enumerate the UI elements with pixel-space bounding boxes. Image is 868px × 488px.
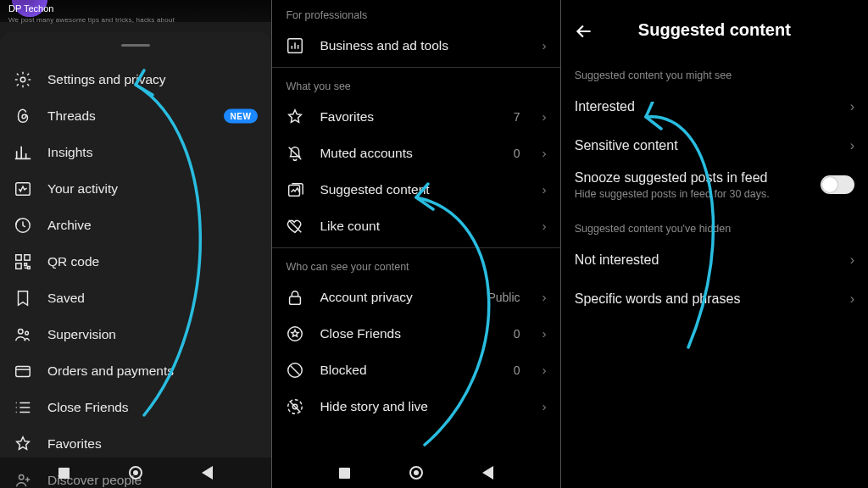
menu-item-supervision[interactable]: Supervision (0, 316, 271, 352)
menu-item-settings[interactable]: Settings and privacy (0, 61, 271, 97)
settings-item-privacy[interactable]: Account privacy Public › (272, 279, 559, 315)
header: Suggested content (561, 0, 868, 51)
list-item-label: Interested (575, 99, 635, 114)
chevron-right-icon: › (542, 146, 547, 161)
badge-new: NEW (224, 108, 259, 123)
settings-item-label: Favorites (320, 109, 374, 125)
svg-rect-1 (16, 182, 31, 195)
star-icon (14, 435, 32, 453)
lock-icon (286, 288, 304, 307)
settings-item-value: 0 (514, 363, 520, 377)
chevron-right-icon: › (542, 290, 547, 305)
profile-name: DP Techon (8, 3, 53, 14)
android-navbar (272, 458, 559, 488)
section-label: What you see (272, 71, 559, 98)
saved-icon (14, 289, 32, 308)
divider (272, 247, 559, 248)
menu-item-archive[interactable]: Archive (0, 207, 271, 243)
svg-rect-8 (16, 366, 31, 376)
insights-icon (14, 143, 32, 162)
settings-item-label: Account privacy (320, 290, 412, 305)
threads-icon (14, 107, 32, 125)
section-label: Suggested content you might see (561, 51, 868, 87)
settings-item-label: Business and ad tools (320, 38, 448, 53)
panel-settings: For professionals Business and ad tools … (272, 0, 559, 488)
list-item-sensitive[interactable]: Sensitive content › (561, 126, 868, 165)
svg-rect-3 (16, 254, 21, 259)
star-circle-icon (286, 324, 304, 343)
chevron-right-icon: › (542, 38, 547, 53)
divider (272, 67, 559, 68)
chevron-right-icon: › (542, 326, 547, 341)
settings-item-suggested[interactable]: Suggested content › (272, 171, 559, 208)
settings-item-value: Public (487, 291, 520, 304)
nav-recents-icon[interactable] (58, 468, 70, 479)
menu-sheet: Settings and privacy Threads NEW Insight… (0, 32, 271, 488)
section-label: Suggested content you've hidden (561, 204, 868, 241)
menu-item-favorites[interactable]: Favorites (0, 425, 271, 462)
nav-home-icon[interactable] (129, 466, 142, 480)
block-icon (286, 361, 304, 380)
menu-item-qr[interactable]: QR code (0, 243, 271, 280)
settings-item-label: Blocked (320, 363, 366, 378)
list-item-label: Snooze suggested posts in feed (575, 170, 770, 186)
panel-menu: DP Techon We post many awesome tips and … (0, 0, 271, 488)
chevron-right-icon: › (542, 182, 547, 197)
page-title: Suggested content (561, 0, 868, 40)
list-item-words[interactable]: Specific words and phrases › (561, 280, 868, 319)
menu-item-insights[interactable]: Insights (0, 134, 271, 170)
settings-item-blocked[interactable]: Blocked 0 › (272, 352, 559, 388)
supervision-icon (14, 325, 32, 344)
svg-point-7 (25, 331, 29, 335)
sheet-grabber[interactable] (121, 44, 150, 47)
list-item-snooze[interactable]: Snooze suggested posts in feed Hide sugg… (561, 165, 868, 204)
settings-item-value: 0 (514, 327, 520, 341)
settings-item-value: 7 (514, 110, 520, 124)
svg-rect-4 (25, 254, 30, 259)
panel-suggested: Suggested content Suggested content you … (561, 0, 868, 488)
nav-recents-icon[interactable] (339, 468, 350, 479)
settings-item-closefriends[interactable]: Close Friends 0 › (272, 315, 559, 352)
settings-item-business[interactable]: Business and ad tools › (272, 27, 559, 64)
menu-item-label: Favorites (47, 436, 102, 452)
section-label: Who can see your content (272, 252, 559, 279)
menu-item-activity[interactable]: Your activity (0, 170, 271, 207)
chevron-right-icon: › (542, 363, 547, 378)
menu-item-payments[interactable]: Orders and payments (0, 352, 271, 389)
story-off-icon (286, 397, 304, 416)
settings-item-label: Close Friends (320, 326, 401, 341)
chevron-right-icon: › (850, 138, 854, 153)
list-item-interested[interactable]: Interested › (561, 87, 868, 126)
menu-item-close-friends[interactable]: Close Friends (0, 389, 271, 425)
nav-back-icon[interactable] (202, 466, 213, 480)
svg-rect-5 (16, 263, 21, 268)
menu-item-label: Settings and privacy (47, 72, 166, 87)
menu-item-threads[interactable]: Threads NEW (0, 97, 271, 134)
settings-item-hidestory[interactable]: Hide story and live › (272, 388, 559, 424)
menu-item-label: QR code (47, 254, 99, 269)
settings-item-muted[interactable]: Muted accounts 0 › (272, 135, 559, 171)
chart-icon (286, 36, 304, 55)
star-icon (286, 108, 304, 126)
menu-item-label: Supervision (47, 327, 116, 342)
chevron-right-icon: › (542, 109, 547, 125)
heart-off-icon (286, 217, 304, 236)
back-arrow-icon[interactable] (573, 20, 595, 42)
menu-item-label: Insights (47, 145, 92, 160)
nav-back-icon[interactable] (482, 466, 493, 480)
list-item-notinterested[interactable]: Not interested › (561, 241, 868, 280)
menu-item-label: Orders and payments (47, 363, 174, 379)
menu-item-saved[interactable]: Saved (0, 280, 271, 316)
nav-home-icon[interactable] (409, 466, 423, 480)
payments-icon (14, 362, 32, 380)
settings-item-label: Like count (320, 219, 380, 234)
list-item-sublabel: Hide suggested posts in feed for 30 days… (575, 188, 770, 200)
bell-off-icon (286, 144, 304, 163)
toggle-switch[interactable] (821, 175, 854, 194)
settings-item-favorites[interactable]: Favorites 7 › (272, 98, 559, 135)
list-icon (14, 398, 32, 417)
settings-item-label: Suggested content (320, 182, 429, 197)
settings-item-likecount[interactable]: Like count › (272, 208, 559, 244)
photo-icon (286, 180, 304, 199)
menu-item-label: Close Friends (47, 400, 129, 415)
